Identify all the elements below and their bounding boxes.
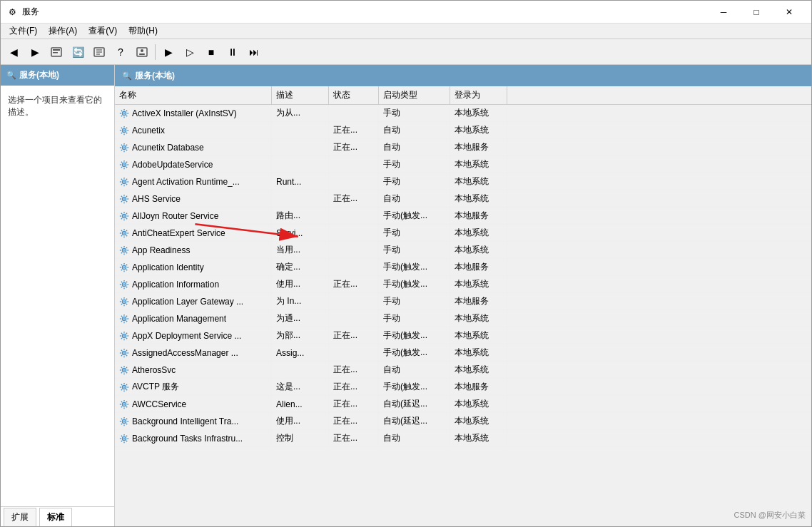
table-row[interactable]: AssignedAccessManager ...Assig...手动(触发..… [115,344,811,362]
table-row[interactable]: AVCTP 服务这是...正在...手动(触发...本地服务 [115,379,811,396]
service-status-cell: 正在... [329,413,379,429]
service-name: AntiCheatExpert Service [132,228,225,238]
table-row[interactable]: Application Identity确定...手动(触发...本地服务 [115,259,811,276]
step-button[interactable]: ⏭ [244,42,264,62]
service-status-cell [329,310,379,327]
forward-button[interactable]: ▶ [25,42,45,62]
service-list: ActiveX Installer (AxInstSV)为从...手动本地系统 … [115,105,811,447]
service-logon-cell: 本地系统 [450,276,507,292]
table-row[interactable]: AdobeUpdateService手动本地系统 [115,156,811,173]
service-name: AVCTP 服务 [132,381,179,393]
service-startup-cell: 手动 [379,225,450,241]
export-button[interactable] [89,42,109,62]
svg-point-17 [123,163,126,166]
gear-icon [119,160,129,170]
table-row[interactable]: AHS Service正在...自动本地系统 [115,190,811,208]
service-logon-cell: 本地系统 [450,362,507,378]
service-status-cell: 正在... [329,276,379,292]
table-row[interactable]: Acunetix Database正在...自动本地服务 [115,139,811,156]
table-row[interactable]: Application Management为通...手动本地系统 [115,310,811,327]
table-row[interactable]: AtherosSvc正在...自动本地系统 [115,362,811,379]
gear-icon [119,365,129,375]
service-name: Agent Activation Runtime_... [132,177,240,187]
service-desc-cell [272,190,329,207]
col-startup[interactable]: 启动类型 [379,86,450,104]
tab-expand[interactable]: 扩展 [4,508,36,526]
stop-button[interactable]: ■ [201,42,221,62]
right-panel: 🔍 服务(本地) 名称 描述 状态 启动类型 登录为 ActiveX Insta… [115,65,811,526]
service-name-cell: AtherosSvc [115,362,272,378]
table-row[interactable]: Acunetix正在...自动本地系统 [115,122,811,139]
service-status-cell: 正在... [329,396,379,412]
toolbar: ◀ ▶ 🔄 ? ▶ ▷ ■ ⏸ ⏭ [1,39,811,65]
table-row[interactable]: AllJoyn Router Service路由...手动(触发...本地服务 [115,208,811,225]
service-startup-cell: 自动 [379,122,450,138]
tab-standard[interactable]: 标准 [39,508,72,526]
table-row[interactable]: AntiCheatExpert ServiceServi...手动本地系统 [115,225,811,242]
table-row[interactable]: Application Layer Gateway ...为 In...手动本地… [115,293,811,310]
service-logon-cell: 本地服务 [450,379,507,395]
service-name: Application Management [132,314,226,324]
svg-point-33 [123,300,126,303]
gear-icon [119,280,129,290]
service-desc-cell: Runt... [272,173,329,190]
close-button[interactable]: ✕ [773,1,806,24]
service-desc-cell: 这是... [272,379,329,395]
service-startup-cell: 手动(触发... [379,327,450,344]
show-hide-console-button[interactable] [46,42,66,62]
table-row[interactable]: ActiveX Installer (AxInstSV)为从...手动本地系统 [115,105,811,122]
service-name-cell: Acunetix Database [115,139,272,155]
table-row[interactable]: Background Intelligent Tra...使用...正在...自… [115,413,811,430]
service-startup-cell: 手动 [379,293,450,309]
service-status-cell [329,105,379,121]
service-desc-cell: 当用... [272,242,329,258]
service-name: Background Intelligent Tra... [132,416,238,426]
service-table[interactable]: 名称 描述 状态 启动类型 登录为 ActiveX Installer (AxI… [115,86,811,526]
properties-button[interactable] [132,42,152,62]
service-status-cell: 正在... [329,139,379,155]
table-row[interactable]: Application Information使用...正在...手动(触发..… [115,276,811,293]
col-name[interactable]: 名称 [115,86,272,104]
play-selected-button[interactable]: ▷ [180,42,200,62]
service-status-cell [329,259,379,275]
toolbar-separator-1 [155,44,156,60]
svg-rect-9 [139,53,145,55]
menu-item[interactable]: 查看(V) [83,24,123,39]
help-button[interactable]: ? [111,42,131,62]
service-name-cell: AntiCheatExpert Service [115,225,272,241]
table-row[interactable]: AWCCServiceAlien...正在...自动(延迟...本地系统 [115,396,811,413]
maximize-button[interactable]: □ [740,1,773,24]
col-status[interactable]: 状态 [329,86,379,104]
service-startup-cell: 手动 [379,242,450,258]
svg-rect-1 [53,49,60,51]
menu-item[interactable]: 文件(F) [4,24,43,39]
svg-point-23 [123,215,126,218]
menu-bar: 文件(F)操作(A)查看(V)帮助(H) [1,24,811,39]
service-desc-cell [272,362,329,378]
service-logon-cell: 本地系统 [450,327,507,344]
table-row[interactable]: App Readiness当用...手动本地系统 [115,242,811,259]
svg-point-8 [141,49,143,52]
table-row[interactable]: Background Tasks Infrastru...控制正在...自动本地… [115,430,811,447]
gear-icon [119,228,129,238]
table-row[interactable]: AppX Deployment Service ...为部...正在...手动(… [115,327,811,344]
menu-item[interactable]: 帮助(H) [123,24,163,39]
svg-point-25 [123,232,126,235]
col-logon[interactable]: 登录为 [450,86,507,104]
service-startup-cell: 自动 [379,139,450,155]
service-logon-cell: 本地服务 [450,208,507,224]
col-desc[interactable]: 描述 [272,86,329,104]
pause-button[interactable]: ⏸ [223,42,243,62]
refresh-button[interactable]: 🔄 [68,42,88,62]
service-name: Background Tasks Infrastru... [132,434,243,444]
minimize-button[interactable]: ─ [707,1,740,24]
service-desc-cell: 使用... [272,413,329,429]
back-button[interactable]: ◀ [4,42,24,62]
table-row[interactable]: Agent Activation Runtime_...Runt...手动本地系… [115,173,811,190]
menu-item[interactable]: 操作(A) [43,24,83,39]
play-button[interactable]: ▶ [158,42,178,62]
service-status-cell [329,242,379,258]
service-startup-cell: 手动(触发... [379,276,450,292]
service-desc-cell: 控制 [272,430,329,446]
service-startup-cell: 手动(触发... [379,379,450,395]
